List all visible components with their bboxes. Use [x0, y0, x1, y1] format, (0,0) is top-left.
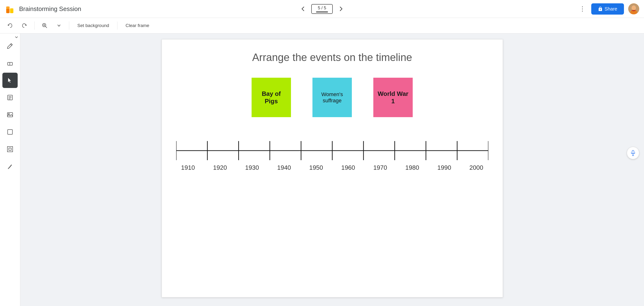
timeline-line-wrapper: [176, 141, 488, 160]
sidebar-item-pen[interactable]: [2, 38, 18, 54]
sidebar-item-eraser[interactable]: [2, 55, 18, 71]
year-label-2000: 2000: [464, 164, 488, 172]
toolbar-divider-1: [34, 22, 34, 30]
canvas-area: Arrange the events on the timeline Bay o…: [20, 34, 644, 306]
sticky-note-womens-suffrage[interactable]: Women's suffrage: [312, 78, 352, 117]
timeline-svg: [176, 139, 488, 163]
slide-navigation: 5 / 5: [299, 4, 345, 14]
svg-rect-2: [10, 8, 13, 13]
timeline-labels: 1910 1920 1930 1940 1950 1960 1970 1980 …: [176, 164, 488, 172]
year-label-1980: 1980: [400, 164, 424, 172]
toolbar-divider-2: [69, 22, 69, 30]
year-label-1930: 1930: [240, 164, 264, 172]
microphone-button[interactable]: [627, 147, 639, 159]
svg-rect-1: [6, 7, 10, 9]
svg-rect-16: [8, 129, 12, 134]
svg-rect-14: [8, 113, 13, 117]
sidebar-item-shape[interactable]: [2, 124, 18, 140]
sidebar-item-cursor[interactable]: [2, 73, 18, 88]
set-background-button[interactable]: Set background: [74, 21, 112, 30]
sidebar-item-notes[interactable]: [2, 90, 18, 105]
year-label-1920: 1920: [208, 164, 232, 172]
sidebar-item-frame[interactable]: [2, 141, 18, 157]
document-title: Brainstorming Session: [19, 5, 578, 13]
more-options-button[interactable]: ⋮: [578, 4, 587, 14]
header: Brainstorming Session 5 / 5 ⋮ Share: [0, 0, 644, 18]
year-label-1950: 1950: [304, 164, 328, 172]
zoom-button[interactable]: [40, 20, 50, 31]
undo-button[interactable]: [5, 20, 15, 31]
header-actions: ⋮ Share: [578, 3, 639, 15]
timeline: 1910 1920 1930 1940 1950 1960 1970 1980 …: [176, 141, 488, 172]
slide-title: Arrange the events on the timeline: [252, 51, 412, 63]
sidebar-item-image[interactable]: [2, 107, 18, 122]
slide-frame: Arrange the events on the timeline Bay o…: [162, 39, 503, 297]
user-avatar[interactable]: [628, 3, 639, 14]
sidebar-item-marker[interactable]: [2, 159, 18, 174]
sidebar: [0, 34, 20, 306]
year-label-1940: 1940: [272, 164, 296, 172]
right-panel: [624, 144, 642, 162]
toolbar: Set background Clear frame: [0, 18, 644, 34]
clear-frame-button[interactable]: Clear frame: [122, 21, 152, 30]
svg-point-6: [632, 6, 636, 10]
svg-rect-0: [6, 8, 10, 13]
prev-slide-button[interactable]: [299, 5, 308, 13]
share-button[interactable]: Share: [591, 3, 624, 15]
sticky-notes-container: Bay of Pigs Women's suffrage World War 1: [252, 78, 413, 117]
sticky-note-world-war-1[interactable]: World War 1: [373, 78, 413, 117]
svg-point-15: [8, 113, 10, 115]
sticky-note-bay-of-pigs[interactable]: Bay of Pigs: [252, 78, 291, 117]
zoom-dropdown-button[interactable]: [54, 20, 64, 31]
svg-rect-17: [8, 146, 13, 152]
year-label-1970: 1970: [368, 164, 392, 172]
next-slide-button[interactable]: [336, 5, 345, 13]
svg-rect-31: [632, 150, 634, 154]
toolbar-divider-3: [117, 22, 118, 30]
year-label-1990: 1990: [432, 164, 456, 172]
svg-rect-18: [9, 148, 11, 150]
year-label-1960: 1960: [336, 164, 360, 172]
slide-counter[interactable]: 5 / 5: [311, 4, 333, 14]
year-label-1910: 1910: [176, 164, 200, 172]
redo-button[interactable]: [19, 20, 30, 31]
app-logo[interactable]: [5, 4, 15, 14]
